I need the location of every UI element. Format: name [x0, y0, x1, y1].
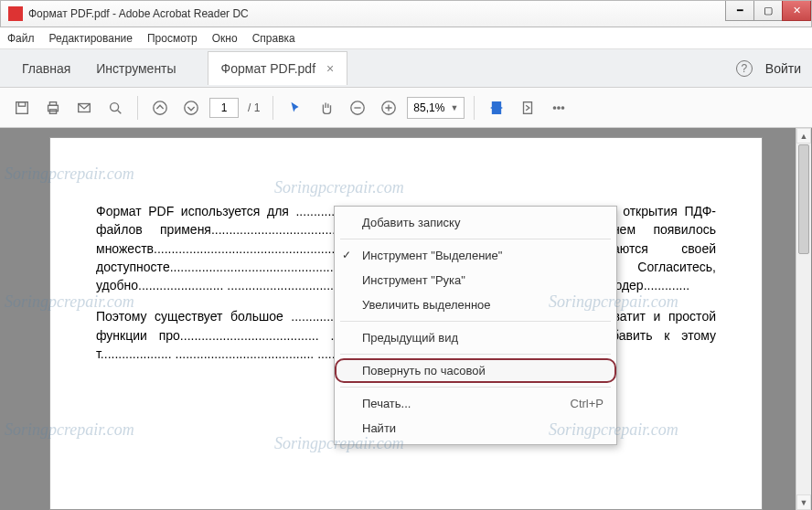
ctx-add-note[interactable]: Добавить записку [335, 210, 616, 235]
vertical-scrollbar[interactable]: ▲ ▼ [796, 128, 811, 510]
hand-tool-icon[interactable] [314, 95, 339, 121]
ctx-rotate-clockwise[interactable]: Повернуть по часовой [335, 358, 616, 383]
minimize-button[interactable]: ━ [725, 1, 754, 21]
more-icon[interactable] [546, 95, 572, 121]
separator [340, 321, 611, 322]
zoom-value: 85,1% [413, 101, 444, 114]
titlebar: Формат PDF.pdf - Adobe Acrobat Reader DC… [0, 0, 812, 27]
print-icon[interactable] [40, 95, 66, 121]
fit-width-icon[interactable] [484, 95, 509, 121]
page-up-icon[interactable] [147, 95, 173, 121]
save-icon[interactable] [9, 95, 35, 121]
window-title: Формат PDF.pdf - Adobe Acrobat Reader DC [28, 7, 249, 20]
scroll-thumb[interactable] [798, 144, 809, 254]
fit-page-icon[interactable] [515, 95, 540, 121]
ctx-prev-view[interactable]: Предыдущий вид [335, 325, 616, 350]
check-icon: ✓ [342, 249, 351, 261]
zoom-in-icon[interactable] [376, 95, 401, 121]
svg-point-6 [111, 102, 119, 111]
menu-view[interactable]: Просмотр [147, 32, 198, 45]
svg-rect-11 [493, 101, 501, 113]
ctx-print[interactable]: Печать...Ctrl+P [335, 391, 616, 416]
separator [340, 387, 611, 388]
svg-point-8 [185, 101, 198, 113]
ctx-print-shortcut: Ctrl+P [571, 397, 604, 410]
scroll-down-icon[interactable]: ▼ [796, 494, 811, 510]
separator [474, 96, 475, 120]
email-icon[interactable] [71, 95, 97, 121]
tabs-row: Главная Инструменты Формат PDF.pdf × ? В… [0, 49, 812, 88]
scroll-up-icon[interactable]: ▲ [796, 128, 811, 143]
toolbar: / 1 85,1% ▼ [0, 88, 812, 128]
select-tool-icon[interactable] [283, 95, 308, 121]
menu-help[interactable]: Справка [252, 32, 295, 45]
svg-rect-3 [49, 101, 56, 105]
svg-rect-12 [524, 101, 532, 113]
menu-file[interactable]: Файл [7, 32, 35, 45]
tab-document-label: Формат PDF.pdf [221, 61, 315, 76]
menu-window[interactable]: Окно [212, 32, 238, 45]
page-total-label: / 1 [248, 101, 260, 114]
separator [272, 96, 273, 120]
chevron-down-icon: ▼ [450, 103, 458, 112]
maximize-button[interactable]: ▢ [753, 1, 783, 21]
ctx-select-tool[interactable]: ✓Инструмент "Выделение" [335, 243, 616, 268]
search-icon[interactable] [102, 95, 128, 121]
menu-edit[interactable]: Редактирование [49, 32, 133, 45]
svg-point-15 [562, 106, 564, 108]
help-icon[interactable]: ? [736, 60, 753, 77]
ctx-zoom-selection[interactable]: Увеличить выделенное [335, 292, 616, 317]
separator [340, 239, 611, 239]
context-menu: Добавить записку ✓Инструмент "Выделение"… [334, 206, 617, 445]
svg-rect-1 [18, 101, 25, 106]
ctx-find[interactable]: Найти [335, 416, 616, 441]
svg-point-7 [154, 101, 166, 113]
login-button[interactable]: Войти [765, 61, 801, 76]
tab-close-icon[interactable]: × [326, 61, 334, 76]
tab-document[interactable]: Формат PDF.pdf × [208, 51, 348, 85]
menubar: Файл Редактирование Просмотр Окно Справк… [0, 27, 812, 49]
svg-point-13 [554, 106, 556, 108]
window-buttons: ━ ▢ ✕ [726, 1, 811, 21]
zoom-select[interactable]: 85,1% ▼ [407, 97, 465, 119]
tab-tools[interactable]: Инструменты [83, 52, 188, 85]
page-down-icon[interactable] [178, 95, 204, 121]
ctx-print-label: Печать... [362, 397, 411, 410]
svg-point-14 [558, 106, 560, 108]
close-button[interactable]: ✕ [782, 1, 811, 21]
separator [340, 354, 611, 355]
ctx-select-tool-label: Инструмент "Выделение" [362, 249, 502, 262]
separator [137, 96, 138, 120]
app-icon [8, 6, 23, 21]
ctx-hand-tool[interactable]: Инструмент "Рука" [335, 268, 616, 292]
tab-home[interactable]: Главная [9, 52, 83, 85]
zoom-out-icon[interactable] [345, 95, 370, 121]
page-number-input[interactable] [209, 98, 239, 118]
svg-rect-0 [16, 101, 28, 113]
